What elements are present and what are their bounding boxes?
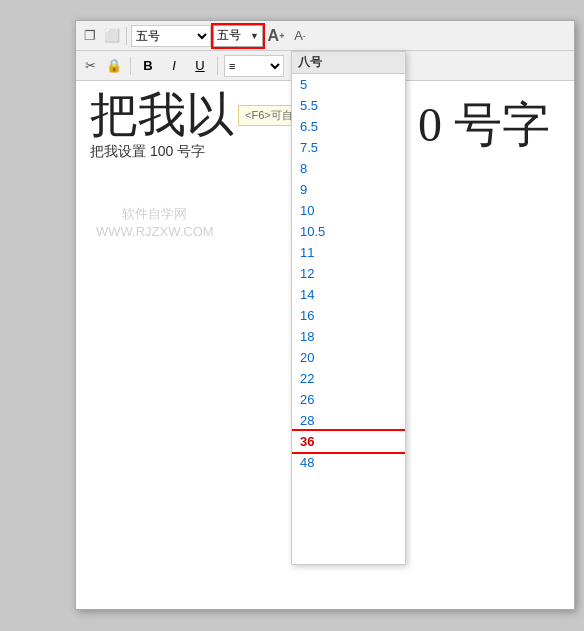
font-shrink-button[interactable]: A-: [289, 25, 311, 47]
toolbar-left-group: ❐ ⬜ 五号 五号 ▼ A+ A-: [80, 25, 311, 47]
watermark-line2: WWW.RJZXW.COM: [96, 223, 214, 241]
font-size-item[interactable]: 8: [292, 158, 405, 179]
font-size-item[interactable]: 16: [292, 305, 405, 326]
font-size-list-header: 八号: [292, 52, 405, 74]
copy-icon[interactable]: ❐: [80, 26, 100, 46]
editor-window: ❐ ⬜ 五号 五号 ▼ A+ A- ✂ 🔒 B I U ≡ ≡ 把我以: [75, 20, 575, 610]
font-size-item[interactable]: 6.5: [292, 116, 405, 137]
font-size-item[interactable]: 7.5: [292, 137, 405, 158]
font-size-item[interactable]: 11: [292, 242, 405, 263]
font-size-item[interactable]: 20: [292, 347, 405, 368]
font-size-item[interactable]: 5.5: [292, 95, 405, 116]
font-size-item[interactable]: 12: [292, 263, 405, 284]
font-size-list-container: 八号 55.56.57.5891010.51112141618202226283…: [291, 51, 406, 565]
font-size-item[interactable]: 22: [292, 368, 405, 389]
align-select[interactable]: ≡: [224, 55, 284, 77]
underline-button[interactable]: U: [189, 55, 211, 77]
big-text-right: 0 号字: [418, 101, 550, 149]
font-size-label: 五号: [217, 27, 241, 44]
watermark: 软件自学网 WWW.RJZXW.COM: [96, 205, 214, 241]
font-size-item[interactable]: 10: [292, 200, 405, 221]
bold-button[interactable]: B: [137, 55, 159, 77]
big-text-left: 把我以: [90, 91, 234, 139]
font-size-item[interactable]: 9: [292, 179, 405, 200]
font-size-item[interactable]: 10.5: [292, 221, 405, 242]
font-size-dropdown-btn[interactable]: 五号 ▼: [213, 25, 263, 47]
font-size-item[interactable]: 5: [292, 74, 405, 95]
cut-icon[interactable]: ✂: [80, 56, 100, 76]
font-size-list-scroll[interactable]: 55.56.57.5891010.51112141618202226283648: [292, 74, 405, 564]
font-name-select[interactable]: 五号: [131, 25, 211, 47]
watermark-line1: 软件自学网: [96, 205, 214, 223]
toolbar-row1: ❐ ⬜ 五号 五号 ▼ A+ A-: [76, 21, 574, 51]
format-clear-icon[interactable]: 🔒: [104, 56, 124, 76]
divider3: [217, 57, 218, 75]
dropdown-arrow-icon: ▼: [250, 31, 259, 41]
font-size-item[interactable]: 18: [292, 326, 405, 347]
divider1: [126, 27, 127, 45]
font-size-item[interactable]: 28: [292, 410, 405, 431]
paste-icon[interactable]: ⬜: [102, 26, 122, 46]
font-grow-button[interactable]: A+: [265, 25, 287, 47]
font-size-item[interactable]: 48: [292, 452, 405, 473]
font-size-item[interactable]: 26: [292, 389, 405, 410]
italic-button[interactable]: I: [163, 55, 185, 77]
font-size-item[interactable]: 14: [292, 284, 405, 305]
font-size-item[interactable]: 36: [292, 431, 405, 452]
divider2: [130, 57, 131, 75]
